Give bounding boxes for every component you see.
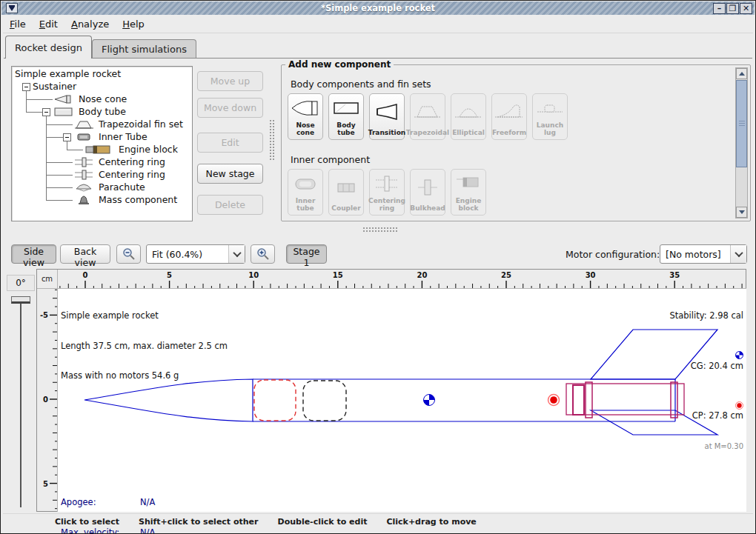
- stability-line: Stability: 2.98 cal: [663, 311, 743, 321]
- component-panel-scrollbar[interactable]: [735, 67, 748, 218]
- delete-button[interactable]: Delete: [197, 195, 263, 215]
- tree-guide: [46, 124, 73, 125]
- cp-line: CP: 27.8 cm: [663, 391, 743, 421]
- add-trapezoidal-fin-button[interactable]: Trapezoidal: [410, 93, 445, 140]
- vertical-splitter[interactable]: [269, 119, 276, 161]
- centering-ring-icon: [74, 157, 95, 167]
- side-view-button[interactable]: Side view: [11, 244, 56, 264]
- tree-item-rocket[interactable]: Simple example rocket: [15, 68, 121, 80]
- tree-item-body-tube[interactable]: Body tube: [79, 106, 126, 118]
- menu-edit[interactable]: Edit: [33, 16, 64, 32]
- svg-text:30: 30: [586, 271, 596, 279]
- tree-guide: [67, 141, 67, 150]
- edit-button[interactable]: Edit: [197, 133, 263, 153]
- hint-shift-click: Shift+click to select other: [139, 517, 259, 527]
- cp-legend-icon: [735, 401, 743, 410]
- zoom-out-button[interactable]: [116, 244, 141, 264]
- expander-sustainer[interactable]: [22, 83, 30, 91]
- cg-line: CG: 20.4 cm: [663, 341, 743, 372]
- svg-text:0: 0: [43, 396, 48, 404]
- add-launch-lug-button[interactable]: Launch lug: [532, 93, 568, 140]
- nose-cone-icon: [290, 97, 321, 119]
- menu-help[interactable]: Help: [116, 16, 151, 32]
- add-transition-button[interactable]: Transition: [369, 93, 405, 140]
- menu-bar: File Edit Analyze Help: [3, 16, 753, 33]
- tree-item-sustainer[interactable]: Sustainer: [33, 81, 76, 93]
- expander-body-tube[interactable]: [42, 108, 50, 116]
- add-nose-cone-button[interactable]: Nose cone: [288, 93, 323, 140]
- tree-guide: [46, 187, 73, 188]
- add-freeform-fin-button[interactable]: Freeform: [491, 93, 527, 140]
- scroll-down-button[interactable]: [736, 207, 747, 218]
- add-elliptical-fin-button[interactable]: Elliptical: [451, 93, 486, 140]
- vertical-ruler: -505: [37, 289, 58, 512]
- back-view-button[interactable]: Back view: [60, 244, 110, 264]
- inner-tube-icon: [74, 132, 95, 142]
- scroll-up-button[interactable]: [736, 68, 747, 79]
- engine-block-outline: [573, 385, 584, 415]
- tree-guide: [46, 162, 73, 163]
- add-coupler-button[interactable]: Coupler: [328, 169, 364, 216]
- rocket-canvas[interactable]: Simple example rocket Length 37.5 cm, ma…: [58, 289, 746, 512]
- parachute-icon: [74, 182, 95, 193]
- menu-analyze[interactable]: Analyze: [64, 16, 116, 32]
- ruler-unit-label: cm: [37, 270, 58, 289]
- launch-lug-icon: [534, 97, 566, 119]
- coupler-icon: [331, 177, 362, 198]
- add-inner-tube-button[interactable]: Inner tube: [288, 169, 323, 216]
- tree-item-parachute[interactable]: Parachute: [99, 181, 145, 193]
- mass-component-icon: [74, 195, 95, 205]
- tab-divider: [4, 58, 752, 59]
- body-tube-icon: [331, 97, 362, 119]
- tree-item-fin-set[interactable]: Trapezoidal fin set: [99, 119, 183, 130]
- title-bar[interactable]: *Simple example rocket – ❐ ✕: [1, 1, 755, 15]
- elliptical-fin-icon: [453, 101, 484, 123]
- zoom-level-combo[interactable]: Fit (60.4%): [146, 244, 245, 264]
- engine-block-icon: [453, 173, 484, 194]
- centering-ring-icon: [371, 173, 402, 194]
- scrollbar-thumb[interactable]: [736, 80, 747, 167]
- move-up-button[interactable]: Move up: [197, 71, 263, 91]
- tab-flight-simulations[interactable]: Flight simulations: [92, 39, 196, 59]
- add-engine-block-button[interactable]: Engine block: [451, 169, 486, 216]
- trapezoidal-fin-icon: [74, 119, 95, 130]
- svg-text:25: 25: [501, 271, 511, 279]
- add-body-tube-button[interactable]: Body tube: [328, 93, 364, 140]
- rotation-angle-label: 0°: [7, 275, 35, 291]
- tree-guide: [26, 112, 42, 113]
- apogee-line: Apogee:N/A: [61, 498, 155, 508]
- stage-1-toggle[interactable]: Stage 1: [286, 244, 327, 264]
- freeform-fin-icon: [494, 101, 525, 123]
- zoom-in-button[interactable]: [251, 244, 275, 264]
- tree-item-engine-block[interactable]: Engine block: [119, 144, 178, 156]
- add-bulkhead-button[interactable]: Bulkhead: [410, 169, 445, 216]
- motor-configuration-combo[interactable]: [No motors]: [660, 244, 747, 264]
- openrocket-window: *Simple example rocket – ❐ ✕ File Edit A…: [0, 0, 756, 534]
- component-tree[interactable]: Simple example rocket Sustainer Nose con…: [11, 66, 193, 221]
- tree-item-mass-component[interactable]: Mass component: [99, 194, 177, 206]
- cg-legend-icon: [735, 351, 743, 359]
- horizontal-splitter[interactable]: [362, 227, 398, 233]
- move-down-button[interactable]: Move down: [197, 98, 263, 118]
- rocket-view-panel: cm 05101520253035 -505: [36, 269, 746, 512]
- rotation-slider-thumb[interactable]: [11, 296, 30, 304]
- nose-cone-icon: [53, 94, 74, 104]
- status-bar: Click to select Shift+click to select ot…: [3, 513, 753, 529]
- new-stage-button[interactable]: New stage: [197, 164, 263, 184]
- expander-inner-tube[interactable]: [63, 133, 71, 141]
- inner-tube-icon: [290, 173, 321, 194]
- tree-item-centering-ring-2[interactable]: Centering ring: [99, 169, 165, 181]
- mach-label: at M=0.30: [663, 441, 743, 452]
- tree-item-inner-tube[interactable]: Inner Tube: [99, 131, 147, 143]
- body-tube-icon: [53, 107, 74, 117]
- zoom-out-icon: [122, 247, 136, 261]
- menu-file[interactable]: File: [3, 16, 33, 32]
- add-centering-ring-button[interactable]: Centering ring: [369, 169, 405, 216]
- svg-text:5: 5: [167, 271, 172, 279]
- tree-item-nose-cone[interactable]: Nose cone: [79, 93, 127, 105]
- tree-item-centering-ring-1[interactable]: Centering ring: [99, 156, 165, 168]
- rotation-slider-track[interactable]: [20, 304, 21, 507]
- cg-marker: [424, 395, 435, 406]
- tree-guide: [46, 175, 73, 176]
- tab-rocket-design[interactable]: Rocket design: [5, 36, 92, 59]
